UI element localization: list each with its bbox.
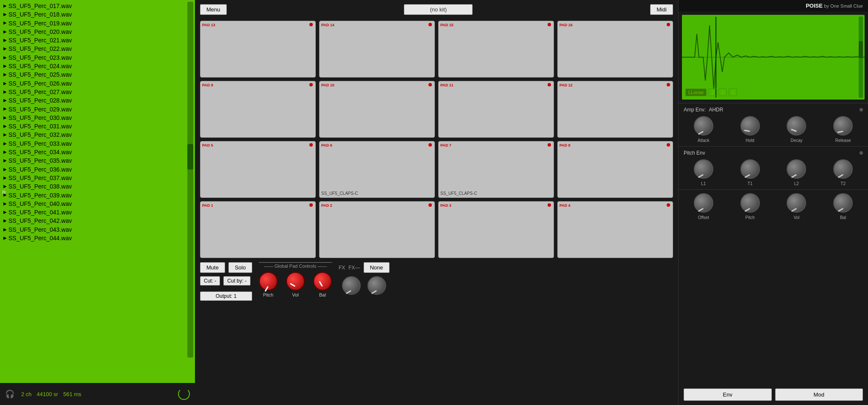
pad-pad-4[interactable]: PAD 4 bbox=[557, 201, 673, 258]
waveform-3-button[interactable]: 3 bbox=[729, 89, 737, 96]
cut-by-button[interactable]: Cut by: - bbox=[223, 276, 250, 286]
pad-pad-7[interactable]: PAD 7SS_UF5_CLAPS-C bbox=[438, 141, 554, 198]
file-list-item[interactable]: SS_UF5_Perc_017.wav bbox=[3, 2, 192, 10]
amp-env-section: Amp Env: AHDR Attack Hold bbox=[679, 103, 868, 146]
poise-title: POISE bbox=[806, 3, 823, 9]
waveform-2-button[interactable]: 2 bbox=[718, 89, 727, 96]
waveform-display: LLoose 1 2 3 bbox=[682, 15, 865, 100]
file-list-item[interactable]: SS_UF5_Perc_024.wav bbox=[3, 62, 192, 70]
file-list-item[interactable]: SS_UF5_Perc_022.wav bbox=[3, 44, 192, 53]
scrollbar-thumb[interactable] bbox=[187, 144, 193, 169]
file-list-item[interactable]: SS_UF5_Perc_023.wav bbox=[3, 53, 192, 62]
file-list-item[interactable]: SS_UF5_Perc_027.wav bbox=[3, 88, 192, 96]
file-list-item[interactable]: SS_UF5_Perc_041.wav bbox=[3, 208, 192, 216]
pad-dot bbox=[548, 203, 551, 207]
file-list-item[interactable]: SS_UF5_Perc_033.wav bbox=[3, 139, 192, 148]
mod-button[interactable]: Mod bbox=[775, 388, 863, 401]
pad-pad-10[interactable]: PAD 10 bbox=[319, 81, 435, 138]
fx-knob2[interactable] bbox=[367, 276, 386, 295]
global-pad-title: —— Global Pad Controls —— bbox=[259, 262, 332, 269]
pad-pad-12[interactable]: PAD 12 bbox=[557, 81, 673, 138]
pitch-env-knob[interactable] bbox=[740, 193, 760, 213]
t1-label: T1 bbox=[748, 181, 753, 186]
waveform-thumb[interactable] bbox=[859, 41, 863, 58]
file-list-item[interactable]: SS_UF5_Perc_042.wav bbox=[3, 216, 192, 225]
pad-pad-16[interactable]: PAD 16 bbox=[557, 21, 673, 78]
file-list-item[interactable]: SS_UF5_Perc_021.wav bbox=[3, 36, 192, 44]
vol-knob[interactable] bbox=[286, 272, 305, 291]
hold-knob[interactable] bbox=[740, 116, 760, 136]
footer-info: 2 ch 44100 sr 561 ms bbox=[21, 391, 81, 397]
file-list-item[interactable]: SS_UF5_Perc_026.wav bbox=[3, 79, 192, 88]
pad-sample: SS_UF5_CLAPS-C bbox=[440, 191, 552, 196]
env-button[interactable]: Env bbox=[684, 388, 772, 401]
decay-knob[interactable] bbox=[787, 116, 806, 136]
t1-knob-group: T1 bbox=[740, 159, 760, 186]
pad-pad-13[interactable]: PAD 13 bbox=[200, 21, 316, 78]
pitch-knob[interactable] bbox=[259, 272, 278, 291]
pad-pad-6[interactable]: PAD 6SS_UF5_CLAPS-C bbox=[319, 141, 435, 198]
pad-dot bbox=[548, 83, 551, 86]
file-list-item[interactable]: SS_UF5_Perc_034.wav bbox=[3, 148, 192, 156]
fx-value-button[interactable]: None bbox=[364, 262, 389, 273]
file-list-item[interactable]: SS_UF5_Perc_039.wav bbox=[3, 191, 192, 200]
file-list-item[interactable]: SS_UF5_Perc_028.wav bbox=[3, 96, 192, 105]
pitch-env-label: Pitch bbox=[746, 215, 755, 220]
pad-dot bbox=[667, 203, 670, 207]
cut-button[interactable]: Cut: - bbox=[200, 276, 220, 286]
mute-button[interactable]: Mute bbox=[200, 262, 225, 273]
file-list-item[interactable]: SS_UF5_Perc_032.wav bbox=[3, 130, 192, 139]
waveform-1-button[interactable]: 1 bbox=[708, 89, 717, 96]
t2-knob[interactable] bbox=[833, 159, 853, 179]
scroll-left-arrow[interactable]: » bbox=[2, 187, 6, 196]
file-list-item[interactable]: SS_UF5_Perc_040.wav bbox=[3, 200, 192, 208]
file-list-item[interactable]: SS_UF5_Perc_038.wav bbox=[3, 182, 192, 191]
waveform-lLoose-button[interactable]: LLoose bbox=[685, 89, 707, 96]
file-list-item[interactable]: SS_UF5_Perc_030.wav bbox=[3, 114, 192, 122]
file-list-item[interactable]: SS_UF5_Perc_044.wav bbox=[3, 234, 192, 242]
pad-pad-3[interactable]: PAD 3 bbox=[438, 201, 554, 258]
pad-pad-15[interactable]: PAD 15 bbox=[438, 21, 554, 78]
file-list-item[interactable]: SS_UF5_Perc_036.wav bbox=[3, 165, 192, 174]
release-knob[interactable] bbox=[833, 116, 853, 136]
sample-rate: 44100 sr bbox=[37, 391, 58, 397]
file-list-item[interactable]: SS_UF5_Perc_043.wav bbox=[3, 225, 192, 234]
fx-knob1[interactable] bbox=[342, 276, 361, 295]
bal-env-knob[interactable] bbox=[833, 193, 853, 213]
file-list-item[interactable]: SS_UF5_Perc_020.wav bbox=[3, 28, 192, 36]
bal-knob-label: Bal bbox=[319, 292, 326, 297]
pad-pad-5[interactable]: PAD 5 bbox=[200, 141, 316, 198]
hold-knob-group: Hold bbox=[740, 116, 760, 143]
pad-pad-14[interactable]: PAD 14 bbox=[319, 21, 435, 78]
scrollbar[interactable] bbox=[187, 2, 193, 358]
file-list-item[interactable]: SS_UF5_Perc_035.wav bbox=[3, 156, 192, 165]
pad-pad-1[interactable]: PAD 1 bbox=[200, 201, 316, 258]
offset-knob[interactable] bbox=[694, 193, 713, 213]
attack-knob[interactable] bbox=[694, 116, 713, 136]
amp-knob-row: Attack Hold Decay Release bbox=[684, 116, 863, 143]
waveform-scrollbar[interactable] bbox=[859, 17, 863, 98]
file-list-item[interactable]: SS_UF5_Perc_018.wav bbox=[3, 10, 192, 19]
right-panel: POISE by One Small Clue LLoose 1 2 3 Am bbox=[678, 0, 868, 405]
file-list-item[interactable]: SS_UF5_Perc_031.wav bbox=[3, 122, 192, 130]
l1-knob[interactable] bbox=[694, 159, 713, 179]
solo-button[interactable]: Solo bbox=[228, 262, 252, 273]
pad-pad-8[interactable]: PAD 8 bbox=[557, 141, 673, 198]
pad-dot bbox=[667, 83, 670, 86]
t1-knob[interactable] bbox=[740, 159, 760, 179]
bal-knob[interactable] bbox=[313, 272, 332, 291]
pad-pad-11[interactable]: PAD 11 bbox=[438, 81, 554, 138]
pad-pad-2[interactable]: PAD 2 bbox=[319, 201, 435, 258]
file-list-item[interactable]: SS_UF5_Perc_019.wav bbox=[3, 19, 192, 28]
output-button[interactable]: Output: 1 bbox=[200, 291, 252, 301]
pad-pad-9[interactable]: PAD 9 bbox=[200, 81, 316, 138]
file-list-item[interactable]: SS_UF5_Perc_037.wav bbox=[3, 174, 192, 182]
file-list-item[interactable]: SS_UF5_Perc_025.wav bbox=[3, 70, 192, 79]
menu-button[interactable]: Menu bbox=[200, 4, 227, 15]
vol-env-knob[interactable] bbox=[787, 193, 806, 213]
l2-knob[interactable] bbox=[787, 159, 806, 179]
pad-dot bbox=[309, 23, 313, 26]
midi-button[interactable]: Midi bbox=[650, 4, 673, 15]
file-list-item[interactable]: SS_UF5_Perc_029.wav bbox=[3, 105, 192, 114]
bal-env-label: Bal bbox=[840, 215, 846, 220]
